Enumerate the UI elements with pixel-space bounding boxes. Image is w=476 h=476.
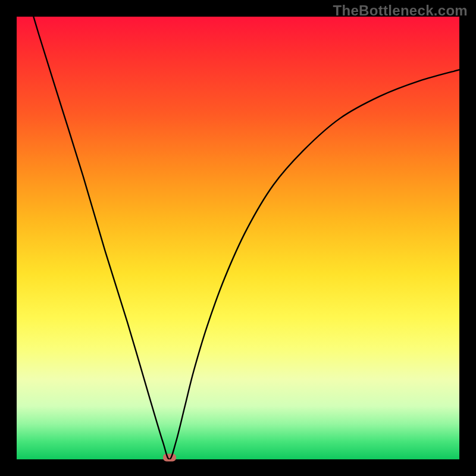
chart-frame: TheBottleneck.com [0, 0, 476, 476]
bottleneck-curve-path [17, 17, 459, 459]
watermark-text: TheBottleneck.com [333, 2, 468, 19]
bottleneck-curve-svg [17, 17, 459, 459]
